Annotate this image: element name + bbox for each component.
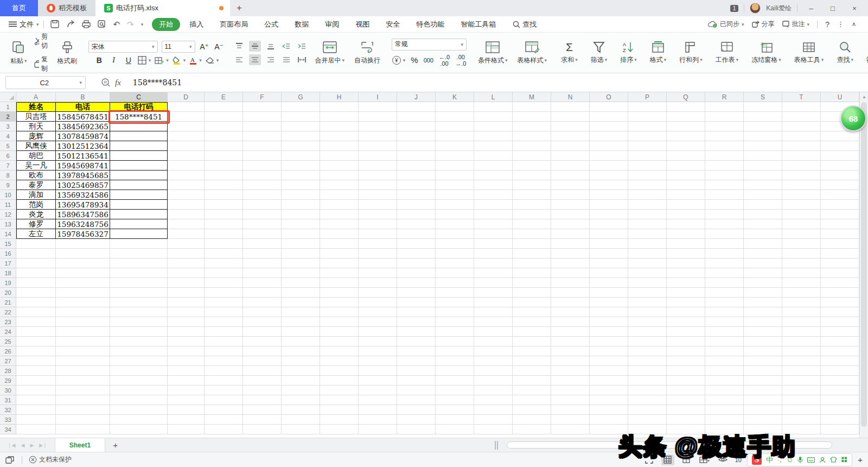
cell-L25[interactable] [474, 337, 513, 346]
cell-Q12[interactable] [667, 210, 705, 219]
cell-F1[interactable] [243, 102, 282, 112]
cell-H5[interactable] [320, 141, 359, 151]
font-name-select[interactable]: 宋体▾ [88, 41, 158, 53]
cell-K28[interactable] [436, 366, 474, 376]
column-header-R[interactable]: R [705, 92, 744, 102]
cell-S23[interactable] [744, 317, 782, 327]
cell-N19[interactable] [551, 278, 590, 288]
cell-R7[interactable] [705, 161, 744, 171]
cell-K5[interactable] [436, 141, 474, 151]
cell-I21[interactable] [359, 298, 397, 307]
cell-O28[interactable] [590, 366, 628, 376]
cell-N24[interactable] [551, 327, 590, 337]
cell-D24[interactable] [168, 327, 205, 337]
cell-T7[interactable] [782, 161, 821, 171]
cell-L28[interactable] [474, 366, 513, 376]
cell-R9[interactable] [705, 180, 744, 190]
cell-G10[interactable] [282, 190, 320, 200]
cell-G14[interactable] [282, 229, 320, 239]
cell-O31[interactable] [590, 395, 628, 405]
maximize-button[interactable]: □ [825, 4, 841, 12]
cell-B21[interactable] [56, 298, 110, 307]
cell-J4[interactable] [397, 131, 436, 141]
row-header-23[interactable]: 23 [0, 317, 16, 327]
cell-B19[interactable] [56, 278, 110, 288]
column-header-H[interactable]: H [320, 92, 359, 102]
cell-K26[interactable] [436, 346, 474, 356]
cell-J6[interactable] [397, 151, 436, 161]
cell-B5[interactable]: 13012512364 [56, 141, 110, 151]
column-header-M[interactable]: M [513, 92, 551, 102]
cell-J10[interactable] [397, 190, 436, 200]
cell-D10[interactable] [168, 190, 205, 200]
cell-R18[interactable] [705, 268, 744, 278]
cell-M29[interactable] [513, 376, 551, 386]
cell-F11[interactable] [243, 200, 282, 210]
align-middle-button[interactable] [249, 41, 261, 52]
cell-I7[interactable] [359, 161, 397, 171]
cell-J18[interactable] [397, 268, 436, 278]
cell-U32[interactable] [821, 405, 859, 415]
cell-C9[interactable] [110, 180, 168, 190]
cell-J23[interactable] [397, 317, 436, 327]
cell-M9[interactable] [513, 180, 551, 190]
increase-font-button[interactable]: A⁺ [199, 42, 210, 51]
cell-J19[interactable] [397, 278, 436, 288]
cell-S22[interactable] [744, 307, 782, 317]
cell-A14[interactable]: 左立 [16, 229, 56, 239]
cell-R17[interactable] [705, 258, 744, 268]
cell-U14[interactable] [821, 229, 859, 239]
cell-K31[interactable] [436, 395, 474, 405]
cell-E13[interactable] [205, 219, 243, 229]
cell-K22[interactable] [436, 307, 474, 317]
cell-J27[interactable] [397, 356, 436, 366]
cell-R19[interactable] [705, 278, 744, 288]
underline-button[interactable]: U [123, 56, 134, 65]
cell-J17[interactable] [397, 258, 436, 268]
cell-O17[interactable] [590, 258, 628, 268]
row-header-10[interactable]: 10 [0, 190, 16, 200]
cell-M24[interactable] [513, 327, 551, 337]
cell-S27[interactable] [744, 356, 782, 366]
cell-N28[interactable] [551, 366, 590, 376]
sync-status[interactable]: 已同步▾ [708, 20, 744, 29]
cell-G32[interactable] [282, 405, 320, 415]
cell-P23[interactable] [628, 317, 667, 327]
cell-A16[interactable] [16, 249, 56, 258]
cell-I29[interactable] [359, 376, 397, 386]
ribbon-find-button[interactable]: 查找▾ [834, 40, 856, 66]
cell-C28[interactable] [110, 366, 168, 376]
cell-T1[interactable] [782, 102, 821, 112]
cell-M15[interactable] [513, 239, 551, 249]
cell-O25[interactable] [590, 337, 628, 346]
cell-J3[interactable] [397, 122, 436, 131]
cell-H1[interactable] [320, 102, 359, 112]
cell-G31[interactable] [282, 395, 320, 405]
name-box[interactable]: C2 ▾ [5, 76, 86, 89]
cell-S13[interactable] [744, 219, 782, 229]
cell-A9[interactable]: 泰罗 [16, 180, 56, 190]
cell-J31[interactable] [397, 395, 436, 405]
column-header-N[interactable]: N [551, 92, 590, 102]
cell-N27[interactable] [551, 356, 590, 366]
cell-M8[interactable] [513, 171, 551, 180]
cell-R21[interactable] [705, 298, 744, 307]
cell-T33[interactable] [782, 415, 821, 425]
cell-P15[interactable] [628, 239, 667, 249]
freeze-panes-button[interactable]: ✳ 冻结窗格▾ [749, 40, 784, 66]
cell-R28[interactable] [705, 366, 744, 376]
cell-O5[interactable] [590, 141, 628, 151]
cell-K15[interactable] [436, 239, 474, 249]
cell-D11[interactable] [168, 200, 205, 210]
cell-U29[interactable] [821, 376, 859, 386]
cell-P5[interactable] [628, 141, 667, 151]
cell-F29[interactable] [243, 376, 282, 386]
cell-J32[interactable] [397, 405, 436, 415]
cell-N13[interactable] [551, 219, 590, 229]
cell-S31[interactable] [744, 395, 782, 405]
export-icon[interactable] [66, 20, 75, 28]
cell-L26[interactable] [474, 346, 513, 356]
cell-K14[interactable] [436, 229, 474, 239]
cell-S26[interactable] [744, 346, 782, 356]
cell-Q26[interactable] [667, 346, 705, 356]
